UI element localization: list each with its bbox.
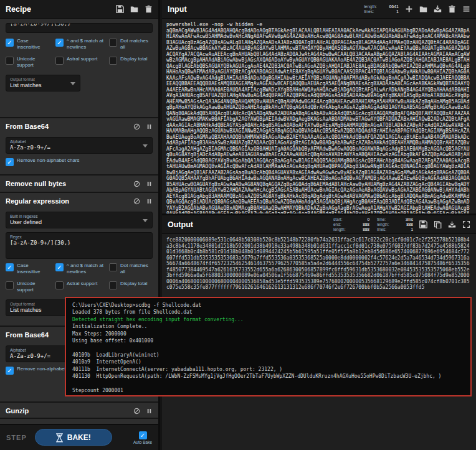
scdbg-terminal-window: C:\Users\CXE\Desktop>scdbg -f Shellcode.… (65, 297, 472, 396)
alphabet-select[interactable]: Alphabet A-Za-z0-9+/= (6, 137, 153, 154)
output-format-value: List matches (10, 307, 69, 313)
checkbox-match-at-newlines[interactable]: ✓^ and $ match at newlines (55, 263, 107, 275)
checkbox-label: Remove non-alphabet chars (17, 157, 80, 164)
disable-operation-icon[interactable] (133, 198, 140, 205)
operation-remove-null-bytes[interactable]: Remove null bytes (0, 176, 158, 193)
checkbox-checked-icon: ✓ (55, 39, 64, 47)
output-title: Output (168, 220, 193, 229)
replace-input-icon[interactable] (448, 220, 456, 228)
checkbox-checked-icon: ✓ (6, 39, 14, 47)
checkbox-display-total[interactable]: Display total (109, 56, 153, 68)
checkbox-display-total[interactable]: Display total (109, 281, 153, 293)
length-label: length: (364, 4, 377, 9)
terminal-line: C:\Users\CXE\Desktop>scdbg -f Shellcode.… (72, 302, 464, 309)
open-folder-icon[interactable] (419, 5, 427, 13)
input-textarea[interactable]: powershell.exe -nop -w hidden -e aQBmACg… (162, 19, 476, 213)
operation-title-bar[interactable]: Remove null bytes (0, 176, 158, 190)
checkbox-remove-non-alphabet[interactable]: ✓Remove non-alphabet chars (6, 157, 153, 166)
time-label: time: (377, 217, 386, 222)
lines-value: 1 (411, 227, 413, 232)
disable-operation-icon[interactable] (133, 180, 140, 187)
open-file-tray-icon[interactable] (434, 5, 442, 13)
copy-output-icon[interactable] (434, 220, 442, 228)
checkbox-label: Dot matches all (120, 38, 153, 50)
add-input-tab-icon[interactable] (405, 5, 413, 13)
chevron-down-icon (70, 82, 75, 85)
output-length: length:888 (377, 222, 413, 227)
input-length: length:6641 (364, 4, 399, 9)
terminal-line: Max Steps: 2000000 (72, 330, 464, 337)
checkbox-case-insensitive[interactable]: ✓Case insensitive (6, 38, 53, 50)
operation-gunzip[interactable]: Gunzip (0, 403, 158, 419)
breakpoint-pause-icon[interactable] (146, 180, 153, 187)
auto-bake-toggle[interactable]: ✓ Auto Bake (133, 431, 152, 444)
bake-button-label: BAKE! (67, 433, 91, 442)
operation-title-bar[interactable]: From Base64 (0, 118, 158, 133)
checkbox-unicode-support[interactable]: Unicode support (6, 281, 53, 293)
checkbox-unchecked-icon (109, 39, 117, 47)
checkbox-label: Display total (120, 281, 148, 287)
checkbox-unchecked-icon (55, 57, 64, 65)
bake-button[interactable]: BAKE! (35, 429, 112, 446)
operation-icons (133, 180, 153, 187)
operation-icons (133, 198, 153, 205)
checkbox-label: Unicode support (17, 56, 53, 68)
breakpoint-pause-icon[interactable] (146, 408, 153, 415)
output-format-value: List matches (10, 82, 69, 88)
clear-recipe-trash-icon[interactable] (145, 5, 153, 13)
terminal-line: Initialization Complete.. (72, 323, 464, 330)
disable-operation-icon[interactable] (133, 123, 140, 130)
input-pane: Input length:6641 lines:1 powershell.exe… (162, 0, 476, 215)
end-label: end: (333, 222, 341, 227)
save-recipe-icon[interactable] (116, 5, 124, 13)
operation-from-base64[interactable]: From Base64 Alphabet A-Za-z0-9+/= ✓Remov… (0, 118, 158, 176)
checkbox-unicode-support[interactable]: Unicode support (6, 56, 53, 68)
start-value: 0 (367, 217, 369, 222)
operation-title-bar[interactable]: Regular expression (0, 193, 158, 208)
terminal-line (72, 380, 464, 387)
breakpoint-pause-icon[interactable] (146, 198, 153, 205)
operation-title: Regular expression (6, 197, 69, 205)
regex-field-clipped[interactable]: [a-zA-Z0-9+/]{30,} (6, 23, 153, 33)
operation-regular-expression-partial[interactable]: [a-zA-Z0-9+/]{30,} ✓Case insensitive ✓^ … (0, 19, 158, 118)
output-stats-meta: time:3ms length:888 lines:1 (377, 217, 413, 232)
checkbox-astral-support[interactable]: Astral support (55, 56, 107, 68)
breakpoint-pause-icon[interactable] (146, 123, 153, 130)
regex-field[interactable]: Regex [a-zA-Z0-9+/]{30,} (6, 232, 153, 259)
checkbox-label: ^ and $ match at newlines (67, 263, 107, 275)
maximise-output-icon[interactable] (462, 220, 470, 228)
length-label: length: (377, 222, 389, 227)
operation-title-bar[interactable]: Regular expression (0, 419, 158, 424)
operation-title: Gunzip (6, 407, 29, 415)
chevron-down-icon (143, 144, 148, 148)
operation-regular-expression-2[interactable]: Regular expression (0, 419, 158, 424)
recipe-header-icons (116, 5, 153, 13)
terminal-line: 40109b LoadLibraryA(wininet) (72, 352, 464, 359)
terminal-line: Stepcount 2000001 (72, 387, 464, 394)
output-format-label: Output format (10, 77, 69, 82)
built-in-regexes-select[interactable]: Built in regexes User defined (6, 212, 153, 228)
built-in-regexes-label: Built in regexes (10, 214, 141, 218)
load-recipe-folder-icon[interactable] (130, 5, 138, 13)
clear-io-trash-icon[interactable] (448, 5, 456, 13)
checkbox-unchecked-icon (6, 281, 14, 289)
output-format-select[interactable]: Output format List matches (6, 75, 80, 91)
input-menu-bars-icon[interactable] (462, 5, 470, 13)
checkbox-checked-icon: ✓ (6, 263, 14, 271)
checkbox-label: ^ and $ match at newlines (67, 38, 107, 50)
save-output-icon[interactable] (419, 220, 427, 228)
output-start: start:0 (333, 217, 369, 222)
checkbox-case-insensitive[interactable]: ✓Case insensitive (6, 263, 53, 275)
disable-operation-icon[interactable] (133, 408, 140, 415)
terminal-line (72, 344, 464, 351)
length-value: 888 (363, 227, 369, 232)
step-button[interactable]: STEP (6, 434, 27, 441)
alphabet-label: Alphabet (10, 139, 141, 144)
checkbox-astral-support[interactable]: Astral support (55, 281, 107, 293)
checkbox-dot-matches-all[interactable]: Dot matches all (109, 263, 153, 275)
recipe-header: Recipe (0, 0, 158, 19)
checkbox-label: Display total (120, 56, 148, 62)
checkbox-match-at-newlines[interactable]: ✓^ and $ match at newlines (55, 38, 107, 50)
checkbox-dot-matches-all[interactable]: Dot matches all (109, 38, 153, 50)
operation-title-bar[interactable]: Gunzip (0, 403, 158, 418)
